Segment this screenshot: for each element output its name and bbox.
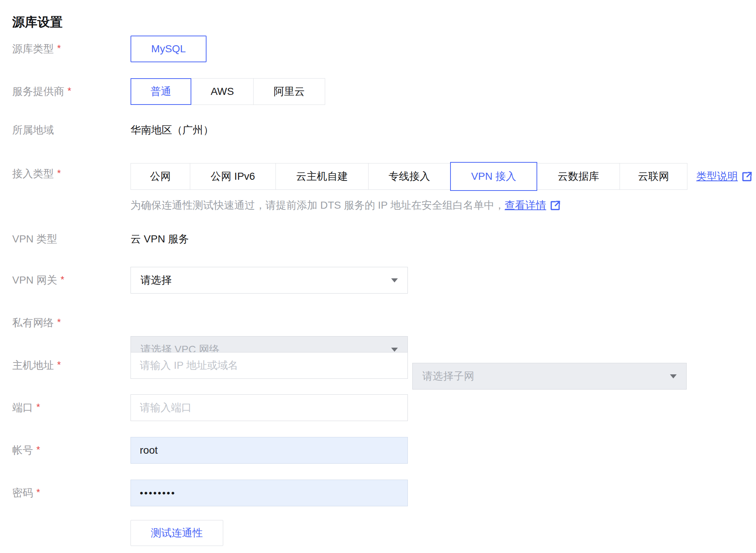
- vpn-type-value: 云 VPN 服务: [131, 232, 189, 246]
- link-text: 查看详情: [505, 198, 546, 213]
- test-connectivity-button[interactable]: 测试连通性: [131, 520, 223, 546]
- access-type-doc-link[interactable]: 类型说明: [696, 169, 753, 184]
- label-text: 帐号: [12, 444, 33, 456]
- access-tab-public[interactable]: 公网: [131, 163, 190, 190]
- source-type-mysql-button[interactable]: MySQL: [131, 36, 207, 62]
- chevron-down-icon: [670, 374, 677, 378]
- label-access-type: 接入类型*: [12, 166, 61, 181]
- host-address-input[interactable]: [131, 352, 408, 379]
- account-input[interactable]: [131, 437, 408, 464]
- label-text: 接入类型: [12, 168, 54, 179]
- label-text: 服务提供商: [12, 86, 64, 97]
- label-vpn-gateway: VPN 网关*: [12, 273, 64, 288]
- region-value: 华南地区（广州）: [131, 123, 214, 138]
- required-asterisk: *: [36, 401, 40, 413]
- required-asterisk: *: [60, 274, 64, 285]
- required-asterisk: *: [57, 317, 61, 328]
- label-provider: 服务提供商*: [12, 84, 71, 99]
- label-text: VPN 网关: [12, 274, 57, 286]
- access-tab-direct-connect[interactable]: 专线接入: [368, 163, 450, 190]
- label-text: 主机地址: [12, 360, 54, 371]
- provider-option-common[interactable]: 普通: [131, 78, 191, 105]
- label-source-type: 源库类型*: [12, 42, 61, 56]
- access-type-hint: 为确保连通性测试快速通过，请提前添加 DTS 服务的 IP 地址在安全组白名单中…: [131, 198, 561, 213]
- required-asterisk: *: [57, 43, 61, 54]
- label-vpn-type: VPN 类型: [12, 232, 57, 246]
- subnet-select: 请选择子网: [412, 363, 687, 390]
- label-account: 帐号*: [12, 443, 40, 458]
- label-text: 所属地域: [12, 124, 54, 136]
- access-tab-cvm-selfbuilt[interactable]: 云主机自建: [275, 163, 369, 190]
- label-host-address: 主机地址*: [12, 358, 61, 373]
- label-password: 密码*: [12, 486, 40, 500]
- required-asterisk: *: [36, 444, 40, 455]
- label-text: VPN 类型: [12, 233, 57, 245]
- vpn-gateway-select[interactable]: 请选择: [131, 267, 408, 294]
- port-input[interactable]: [131, 394, 408, 421]
- required-asterisk: *: [36, 487, 40, 498]
- password-input[interactable]: [131, 480, 408, 506]
- required-asterisk: *: [67, 85, 71, 96]
- select-placeholder: 请选择子网: [422, 369, 474, 383]
- provider-option-aws[interactable]: AWS: [191, 78, 254, 105]
- label-region: 所属地域: [12, 123, 54, 138]
- required-asterisk: *: [57, 168, 61, 179]
- page-title: 源库设置: [12, 14, 63, 30]
- required-asterisk: *: [57, 359, 61, 370]
- access-tab-ccn[interactable]: 云联网: [620, 163, 687, 190]
- chevron-down-icon: [391, 278, 398, 282]
- label-text: 密码: [12, 487, 33, 499]
- provider-button-group: 普通 AWS 阿里云: [131, 78, 325, 105]
- label-vpc: 私有网络*: [12, 315, 61, 330]
- view-details-link[interactable]: 查看详情: [505, 198, 561, 213]
- select-value: 请选择: [141, 273, 172, 287]
- access-tab-cloud-database[interactable]: 云数据库: [537, 163, 620, 190]
- access-type-tab-group: 公网 公网 IPv6 云主机自建 专线接入 VPN 接入 云数据库 云联网: [131, 163, 687, 190]
- label-text: 私有网络: [12, 317, 54, 328]
- access-tab-vpn[interactable]: VPN 接入: [450, 162, 537, 191]
- link-text: 类型说明: [696, 169, 738, 184]
- label-text: 端口: [12, 402, 33, 413]
- hint-text: 为确保连通性测试快速通过，请提前添加 DTS 服务的 IP 地址在安全组白名单中…: [131, 199, 505, 211]
- label-text: 源库类型: [12, 43, 54, 54]
- chevron-down-icon: [391, 348, 398, 352]
- access-tab-public-ipv6[interactable]: 公网 IPv6: [190, 163, 276, 190]
- label-port: 端口*: [12, 400, 40, 415]
- external-link-icon: [550, 200, 561, 211]
- external-link-icon: [742, 171, 753, 182]
- provider-option-aliyun[interactable]: 阿里云: [253, 78, 325, 105]
